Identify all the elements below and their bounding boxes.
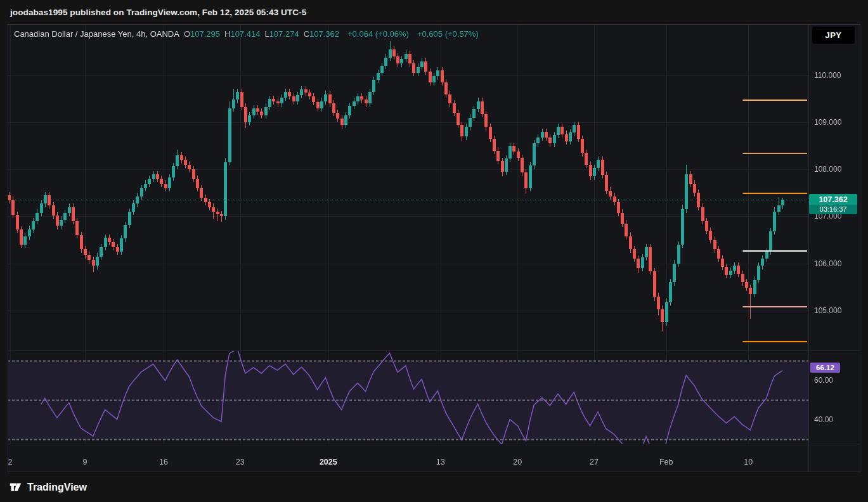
- price-change-extended: +0.605 (+0.57%): [417, 29, 479, 39]
- chart-legend: Canadian Dollar / Japanese Yen, 4h, OAND…: [14, 29, 479, 39]
- currency-toggle-button[interactable]: JPY: [812, 27, 855, 44]
- time-axis-label: 13: [436, 458, 445, 467]
- high-value: 107.414: [230, 29, 260, 39]
- time-axis[interactable]: 2916232025132027Feb10: [8, 444, 808, 472]
- price-axis-label: 108.000: [814, 164, 841, 174]
- price-axis-label: 105.000: [814, 306, 841, 316]
- tradingview-published-chart-page: joodabas1995 published on TradingView.co…: [0, 0, 868, 502]
- time-axis-label: 2025: [320, 458, 337, 467]
- footer-bar: TradingView: [0, 472, 868, 502]
- close-value: 107.362: [309, 29, 339, 39]
- time-axis-label: Feb: [659, 458, 673, 467]
- price-axis-label: 106.000: [814, 259, 841, 269]
- time-axis-label: 9: [83, 458, 87, 467]
- tradingview-logo[interactable]: TradingView: [9, 480, 87, 494]
- rsi-axis-label: 40.00: [814, 415, 833, 425]
- price-axis-label: 110.000: [814, 70, 841, 80]
- time-axis-label: 23: [236, 458, 245, 467]
- time-axis-label: 10: [744, 458, 753, 467]
- close-label: C: [304, 29, 309, 39]
- time-axis-label: 27: [590, 458, 599, 467]
- publish-info-bar: joodabas1995 published on TradingView.co…: [0, 0, 868, 24]
- open-label: O: [184, 29, 190, 39]
- price-chart-canvas[interactable]: [8, 24, 860, 472]
- time-axis-label: 20: [513, 458, 522, 467]
- low-label: L: [264, 29, 269, 39]
- rsi-axis-label: 60.00: [814, 375, 833, 385]
- symbol-title[interactable]: Canadian Dollar / Japanese Yen, 4h, OAND…: [14, 29, 179, 39]
- tradingview-logo-text: TradingView: [27, 482, 87, 493]
- time-axis-label: 16: [159, 458, 168, 467]
- high-label: H: [224, 29, 230, 39]
- current-price-value: 107.362: [809, 194, 857, 205]
- tradingview-logo-icon: [9, 480, 22, 494]
- open-value: 107.295: [190, 29, 220, 39]
- low-value: 107.274: [269, 29, 299, 39]
- bar-countdown: 03:16:37: [809, 205, 857, 214]
- current-price-badge: 107.362 03:16:37: [809, 194, 857, 214]
- rsi-value-badge: 66.12: [810, 363, 840, 373]
- price-axis-label: 109.000: [814, 117, 841, 127]
- price-scale[interactable]: 110.000109.000108.000107.000106.000105.0…: [808, 24, 860, 444]
- chart-container: Canadian Dollar / Japanese Yen, 4h, OAND…: [8, 24, 860, 472]
- time-axis-label: 2: [8, 458, 12, 467]
- price-change: +0.064 (+0.06%): [347, 29, 409, 39]
- publish-info-text: joodabas1995 published on TradingView.co…: [10, 8, 306, 17]
